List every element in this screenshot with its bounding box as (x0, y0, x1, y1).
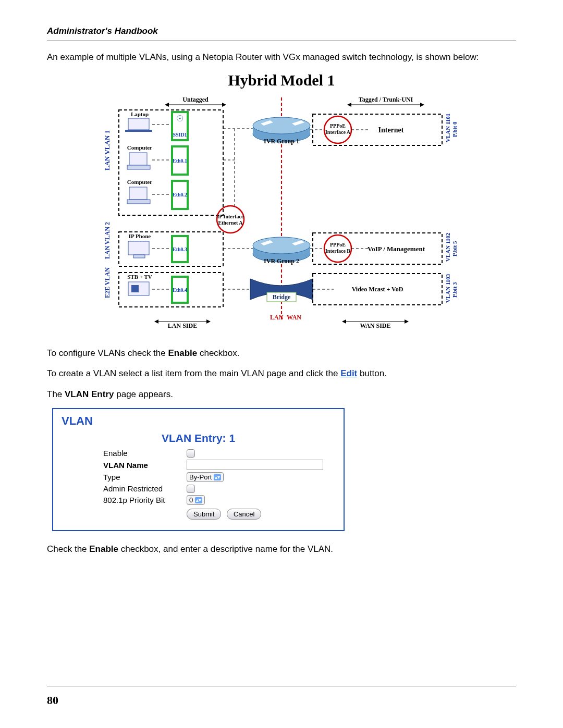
vlan-name-label: VLAN Name (103, 461, 187, 470)
svg-text:LAN VLAN 2: LAN VLAN 2 (104, 221, 111, 258)
vlan-panel-title: VLAN (62, 414, 335, 428)
edit-link[interactable]: Edit (340, 368, 357, 378)
svg-marker-92 (206, 319, 211, 324)
svg-text:P.bit 5: P.bit 5 (451, 240, 458, 256)
type-label: Type (103, 473, 187, 482)
svg-point-61 (253, 237, 310, 254)
paragraph-entry: The VLAN Entry page appears. (47, 388, 516, 401)
svg-text:WAN SIDE: WAN SIDE (360, 322, 390, 329)
svg-marker-7 (347, 103, 351, 107)
vlan-entry-title: VLAN Entry: 1 (62, 432, 335, 445)
svg-text:LAN VLAN 1: LAN VLAN 1 (104, 130, 111, 170)
type-select[interactable]: By-Port▴▾ (187, 472, 224, 482)
svg-text:Internet: Internet (378, 126, 404, 134)
paragraph-check-enable: Check the Enable checkbox, and enter a d… (47, 542, 516, 556)
svg-marker-8 (420, 103, 424, 107)
submit-button[interactable]: Submit (187, 509, 221, 520)
svg-text:P.bit 0: P.bit 0 (451, 121, 458, 137)
svg-text:Eth0.2: Eth0.2 (173, 192, 187, 198)
svg-text:Eth0.1: Eth0.1 (173, 158, 187, 164)
footer-rule (47, 686, 516, 686)
diagram-title: Hybrid Model 1 (47, 71, 516, 89)
svg-text:E2E VLAN: E2E VLAN (104, 267, 111, 298)
vlan-name-input[interactable] (187, 460, 323, 470)
svg-text:PPPoE: PPPoE (330, 123, 346, 129)
intro-paragraph: An example of multiple VLANs, using a Ne… (47, 51, 516, 64)
svg-rect-75 (131, 285, 139, 292)
svg-text:Untagged: Untagged (182, 96, 209, 103)
svg-text:Computer: Computer (127, 179, 152, 185)
hybrid-model-diagram: Untagged Tagged / Trunk-UNI LAN VLAN 1 L… (104, 92, 459, 337)
paragraph-configure: To configure VLANs check the Enable chec… (47, 347, 516, 360)
enable-checkbox[interactable] (187, 449, 195, 458)
svg-marker-91 (154, 319, 158, 324)
svg-rect-18 (127, 165, 150, 169)
svg-text:VLAN 1101: VLAN 1101 (445, 113, 451, 142)
svg-text:IP Phone: IP Phone (129, 233, 151, 239)
svg-text:VoIP / Management: VoIP / Management (368, 245, 425, 253)
svg-rect-15 (125, 130, 152, 132)
svg-rect-20 (129, 187, 147, 200)
svg-text:P.bit 3: P.bit 3 (451, 281, 458, 297)
enable-label: Enable (103, 449, 187, 458)
page-header: Administrator's Handbook (47, 26, 516, 36)
svg-text:IP Interface: IP Interface (217, 214, 244, 219)
svg-text:LAN: LAN (270, 314, 284, 321)
svg-marker-3 (165, 103, 169, 107)
svg-text:IVR Group 2: IVR Group 2 (264, 257, 299, 265)
svg-text:VLAN 1102: VLAN 1102 (445, 232, 451, 262)
priority-bit-label: 802.1p Priority Bit (103, 496, 187, 504)
svg-text:WAN: WAN (287, 314, 301, 321)
svg-text:IVR Group 1: IVR Group 1 (264, 138, 299, 145)
vlan-entry-panel: VLAN VLAN Entry: 1 Enable VLAN Name Type… (52, 408, 345, 531)
paragraph-create: To create a VLAN select a list item from… (47, 367, 516, 380)
priority-bit-select[interactable]: 0▴▾ (187, 495, 205, 505)
admin-restricted-label: Admin Restricted (103, 484, 187, 493)
svg-rect-17 (129, 153, 147, 165)
svg-text:VLAN 1103: VLAN 1103 (445, 274, 451, 303)
admin-restricted-checkbox[interactable] (187, 485, 195, 493)
svg-text:SSID1: SSID1 (173, 132, 187, 138)
svg-text:Tagged  / Trunk-UNI: Tagged / Trunk-UNI (359, 96, 413, 103)
svg-text:☉: ☉ (176, 114, 183, 123)
svg-text:Ethernet A: Ethernet A (218, 220, 243, 226)
svg-text:Video Mcast + VoD: Video Mcast + VoD (352, 286, 403, 293)
svg-text:PPPoE: PPPoE (330, 242, 346, 248)
svg-text:Interface A: Interface A (325, 129, 351, 135)
svg-rect-14 (128, 118, 149, 130)
page-number: 80 (47, 694, 58, 707)
svg-text:Bridge: Bridge (273, 293, 291, 301)
svg-text:Eth0.3: Eth0.3 (173, 246, 187, 252)
svg-text:Interface B: Interface B (325, 248, 350, 254)
svg-marker-95 (342, 319, 346, 324)
svg-text:Laptop: Laptop (131, 111, 149, 117)
header-rule (47, 41, 516, 41)
svg-rect-21 (127, 200, 150, 204)
svg-text:Eth0.4: Eth0.4 (173, 287, 187, 293)
svg-rect-54 (133, 255, 145, 258)
cancel-button[interactable]: Cancel (227, 509, 261, 520)
svg-point-37 (217, 206, 244, 233)
svg-point-34 (253, 117, 310, 134)
svg-marker-96 (405, 319, 409, 324)
svg-rect-53 (128, 241, 149, 255)
svg-text:Computer: Computer (127, 144, 152, 151)
svg-text:LAN SIDE: LAN SIDE (168, 322, 197, 329)
svg-text:STB + TV: STB + TV (127, 274, 152, 280)
svg-marker-4 (222, 103, 226, 107)
